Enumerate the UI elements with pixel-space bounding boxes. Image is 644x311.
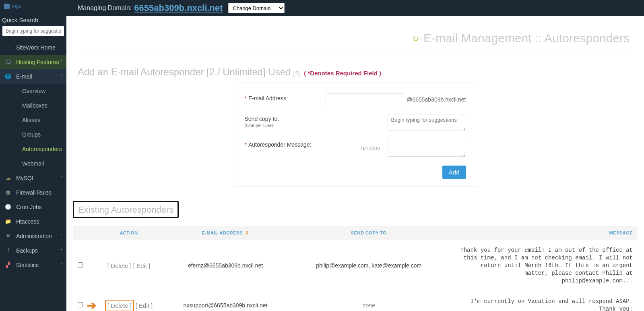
nav-email-mailboxes[interactable]: Mailboxes bbox=[0, 98, 66, 113]
autoresponders-table: ACTION E-MAIL ADDRESS ⇕ SEND COPY TO MES… bbox=[73, 226, 638, 311]
row-email: nxsupport@6655ab309b.nxcli.net bbox=[165, 291, 286, 311]
nav-email-aliases[interactable]: Aliases bbox=[0, 113, 66, 127]
sidebar: logo Quick Search ⌂ SiteWorx Home 🖵 Host… bbox=[0, 0, 66, 311]
nav-mysql-label: MySQL bbox=[16, 175, 35, 181]
chart-icon: ▞ bbox=[5, 262, 11, 268]
nav-email[interactable]: 🌐 E-mail ˄ bbox=[0, 69, 66, 84]
row-checkbox[interactable] bbox=[78, 262, 83, 267]
nav-admin[interactable]: ✖ Administration ˅ bbox=[0, 229, 66, 243]
nav-firewall[interactable]: ▦ Firewall Rules bbox=[0, 185, 66, 200]
col-send-copy[interactable]: SEND COPY TO bbox=[286, 226, 452, 240]
chevron-down-icon: ˅ bbox=[60, 234, 62, 238]
table-row: [ Delete ] [ Edit ] efernz@6655ab309b.nx… bbox=[73, 240, 638, 291]
nav-email-label: E-mail bbox=[16, 73, 32, 80]
help-icon[interactable]: [?] bbox=[293, 70, 300, 77]
current-domain-link[interactable]: 6655ab309b.nxcli.net bbox=[134, 3, 223, 13]
nav-cron-label: Cron Jobs bbox=[16, 204, 42, 210]
add-autoresponder-form: *E-mail Address: @6655ab309b.nxcli.net S… bbox=[235, 83, 476, 187]
page-title-text: E-mail Management :: Autoresponders bbox=[423, 31, 630, 45]
send-copy-textarea[interactable] bbox=[388, 114, 466, 131]
col-message[interactable]: MESSAGE bbox=[452, 226, 638, 240]
nav-email-groups[interactable]: Groups bbox=[0, 127, 66, 142]
send-copy-label: Send copy to: (One per Line) bbox=[245, 114, 317, 128]
wrench-icon: ✖ bbox=[5, 233, 11, 239]
reload-icon[interactable]: ↻ bbox=[413, 35, 419, 43]
managing-domain-label: Managing Domain: bbox=[78, 4, 132, 12]
char-count: 0/10000 bbox=[361, 145, 380, 151]
col-email[interactable]: E-MAIL ADDRESS ⇕ bbox=[165, 226, 286, 240]
header-bar: Managing Domain: 6655ab309b.nxcli.net Ch… bbox=[66, 0, 644, 16]
col-action[interactable]: ACTION bbox=[93, 226, 165, 240]
quick-search-input[interactable] bbox=[2, 26, 64, 36]
table-row: ➔ [ Delete ] [ Edit ] nxsupport@6655ab30… bbox=[73, 291, 638, 311]
folder-icon: 📁 bbox=[5, 218, 11, 225]
logo-icon bbox=[4, 4, 10, 9]
chevron-down-icon: ˅ bbox=[60, 176, 62, 180]
nav-home[interactable]: ⌂ SiteWorx Home bbox=[0, 40, 66, 55]
nav-htaccess[interactable]: 📁 Htaccess bbox=[0, 214, 66, 229]
nav-hosting-label: Hosting Features bbox=[16, 59, 59, 65]
row-email: efernz@6655ab309b.nxcli.net bbox=[165, 240, 286, 291]
chevron-up-icon: ˄ bbox=[60, 74, 62, 79]
nav-hosting-features[interactable]: 🖵 Hosting Features ˄ bbox=[0, 55, 66, 69]
row-send-copy: philip@example.com, kate@example.com bbox=[286, 240, 452, 291]
edit-link[interactable]: [ Edit ] bbox=[136, 302, 153, 309]
add-autoresponder-heading: Add an E-mail Autoresponder [2 / Unlimit… bbox=[78, 66, 642, 78]
nav-backups[interactable]: ⤴ Backups ˅ bbox=[0, 243, 66, 258]
sort-icon: ⇕ bbox=[245, 230, 249, 236]
nav-mysql[interactable]: ☁ MySQL ˅ bbox=[0, 171, 66, 185]
nav-firewall-label: Firewall Rules bbox=[16, 189, 52, 196]
globe-icon: 🌐 bbox=[5, 73, 11, 80]
add-button[interactable]: Add bbox=[442, 166, 466, 179]
email-domain-suffix: @6655ab309b.nxcli.net bbox=[407, 96, 466, 103]
clock-icon: 🕒 bbox=[5, 204, 11, 210]
required-note: ( *Denotes Required Field ) bbox=[304, 70, 381, 77]
monitor-icon: 🖵 bbox=[5, 59, 11, 65]
nav-htaccess-label: Htaccess bbox=[16, 218, 39, 225]
nav-stats-label: Statistics bbox=[16, 262, 39, 268]
nav-admin-label: Administration bbox=[16, 233, 52, 239]
nav-home-label: SiteWorx Home bbox=[16, 44, 56, 51]
firewall-icon: ▦ bbox=[5, 189, 11, 196]
chevron-down-icon: ˅ bbox=[60, 263, 62, 267]
chevron-up-icon: ˄ bbox=[60, 60, 62, 64]
backup-icon: ⤴ bbox=[5, 247, 11, 254]
nav-email-autoresponders[interactable]: Autoresponders bbox=[0, 142, 66, 156]
row-send-copy: none bbox=[363, 302, 375, 309]
nav-email-webmail[interactable]: Webmail bbox=[0, 156, 66, 171]
row-checkbox[interactable] bbox=[78, 302, 83, 307]
chevron-down-icon: ˅ bbox=[60, 248, 62, 253]
divider bbox=[77, 50, 634, 50]
page-title: ↻ E-mail Management :: Autoresponders bbox=[69, 16, 642, 50]
delete-link[interactable]: [ Delete ] bbox=[105, 300, 134, 311]
row-message: Thank you for your email! I am out of th… bbox=[452, 240, 638, 291]
autoresponder-message-label: *Autoresponder Message: bbox=[245, 140, 317, 148]
logo-text: logo bbox=[12, 3, 21, 9]
arrow-annotation-icon: ➔ bbox=[87, 299, 96, 311]
row-message: I'm currently on Vacation and will respo… bbox=[452, 291, 638, 311]
autoresponder-message-textarea[interactable] bbox=[388, 140, 466, 157]
delete-link[interactable]: [ Delete ] bbox=[107, 262, 132, 269]
existing-autoresponders-heading: Existing Autoresponders bbox=[73, 201, 179, 218]
nav-email-overview[interactable]: Overview bbox=[0, 84, 66, 98]
change-domain-select[interactable]: Change Domain bbox=[228, 3, 285, 13]
edit-link[interactable]: [ Edit ] bbox=[133, 262, 151, 269]
quick-search-label: Quick Search bbox=[0, 12, 66, 26]
add-heading-text: Add an E-mail Autoresponder [2 / Unlimit… bbox=[78, 66, 291, 78]
nav-cron[interactable]: 🕒 Cron Jobs bbox=[0, 200, 66, 214]
email-address-label: *E-mail Address: bbox=[245, 93, 317, 102]
logo: logo bbox=[0, 0, 66, 12]
home-icon: ⌂ bbox=[5, 44, 11, 51]
main-content: ↻ E-mail Management :: Autoresponders Ad… bbox=[66, 16, 644, 311]
email-address-input[interactable] bbox=[326, 93, 404, 105]
database-icon: ☁ bbox=[5, 175, 11, 181]
send-copy-note: (One per Line) bbox=[245, 123, 317, 128]
nav-stats[interactable]: ▞ Statistics ˅ bbox=[0, 258, 66, 272]
nav-backups-label: Backups bbox=[16, 247, 38, 254]
